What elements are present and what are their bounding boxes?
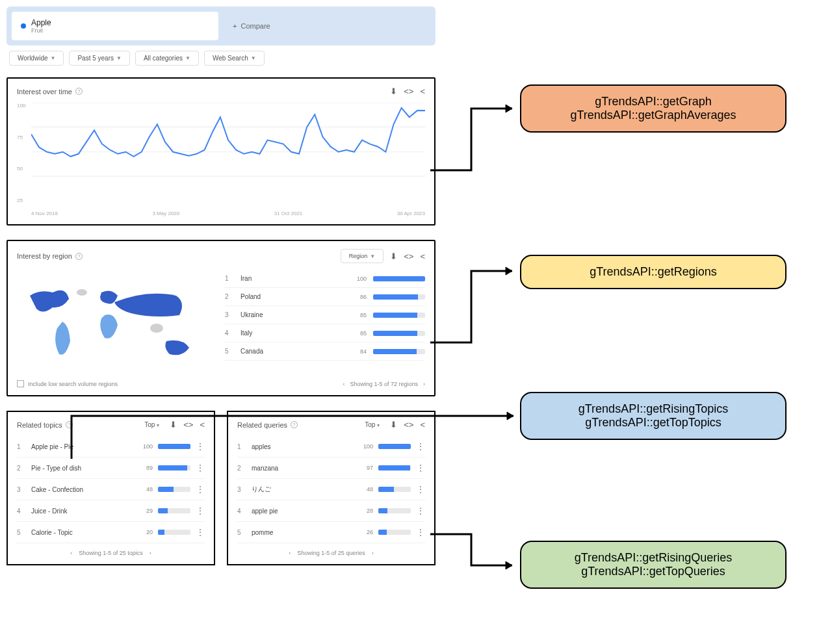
svg-point-5 [77, 289, 87, 296]
more-icon: ⋮ [196, 506, 205, 516]
chevron-down-icon: ▼ [251, 55, 256, 61]
more-icon: ⋮ [196, 463, 205, 473]
region-row[interactable]: 1Iran100 [225, 270, 425, 288]
filter-type[interactable]: Web Search▼ [204, 51, 265, 66]
download-icon[interactable]: ⬇ [390, 86, 397, 96]
related-queries-card: Related queries? Top ▾ ⬇ <> < 1apples100… [227, 411, 436, 565]
download-icon[interactable]: ⬇ [390, 420, 397, 430]
chevron-down-icon: ▼ [116, 55, 122, 61]
list-item[interactable]: 3りんご48⋮ [237, 479, 425, 500]
api-regions-box: gTrendsAPI::getRegions [520, 255, 786, 289]
plus-icon: + [233, 22, 237, 30]
svg-marker-8 [507, 412, 514, 420]
filter-row: Worldwide▼ Past 5 years▼ All categories▼… [6, 51, 436, 66]
api-queries-box: gTrendsAPI::getRisingQueries gTrendsAPI:… [520, 541, 786, 589]
card-title: Related queries? [237, 421, 298, 429]
embed-icon[interactable]: <> [183, 420, 193, 430]
embed-icon[interactable]: <> [404, 251, 413, 261]
share-icon[interactable]: < [420, 420, 425, 430]
connector-queries [429, 533, 523, 575]
share-icon[interactable]: < [420, 251, 425, 261]
help-icon[interactable]: ? [291, 421, 298, 428]
topics-list: 1Apple pie - Pie100⋮2Pie - Type of dish8… [17, 436, 205, 543]
api-topics-box: gTrendsAPI::getRisingTopics gTrendsAPI::… [520, 392, 786, 440]
region-row[interactable]: 5Canada84 [225, 342, 425, 361]
list-item[interactable]: 3Cake - Confection48⋮ [17, 479, 205, 500]
list-item[interactable]: 5Calorie - Topic20⋮ [17, 522, 205, 543]
region-row[interactable]: 2Poland86 [225, 288, 425, 306]
embed-icon[interactable]: <> [404, 86, 413, 96]
share-icon[interactable]: < [420, 86, 425, 96]
chevron-right-icon: › [423, 381, 425, 387]
card-title: Interest by region? [17, 252, 83, 260]
topics-pager[interactable]: ‹Showing 1-5 of 25 topics› [17, 543, 205, 556]
term-label: Apple [31, 18, 51, 27]
search-bar: Apple Fruit + Compare [6, 6, 436, 45]
more-icon: ⋮ [196, 484, 205, 495]
list-item[interactable]: 5pomme26⋮ [237, 522, 425, 543]
download-icon[interactable]: ⬇ [390, 251, 397, 261]
svg-marker-6 [506, 105, 512, 112]
region-row[interactable]: 3Ukraine85 [225, 306, 425, 324]
help-icon[interactable]: ? [75, 253, 83, 260]
share-icon[interactable]: < [200, 420, 205, 430]
more-icon: ⋮ [416, 506, 425, 516]
compare-button[interactable]: + Compare [224, 12, 430, 40]
more-icon: ⋮ [196, 527, 205, 537]
api-graph-box: gTrendsAPI::getGraph gTrendsAPI::getGrap… [520, 84, 786, 133]
region-list: 1Iran1002Poland863Ukraine854Italy855Cana… [225, 270, 425, 374]
list-item[interactable]: 4apple pie28⋮ [237, 500, 425, 522]
search-term[interactable]: Apple Fruit [12, 12, 218, 40]
region-pager[interactable]: ‹ Showing 1-5 of 72 regions › [343, 381, 425, 387]
region-dropdown[interactable]: Region ▼ [341, 249, 384, 263]
list-item[interactable]: 4Juice - Drink29⋮ [17, 500, 205, 522]
queries-pager[interactable]: ‹Showing 1-5 of 25 queries› [237, 543, 425, 556]
download-icon[interactable]: ⬇ [170, 420, 177, 430]
queries-list: 1apples100⋮2manzana97⋮3りんご48⋮4apple pie2… [237, 436, 425, 543]
term-dot [21, 23, 26, 29]
help-icon[interactable]: ? [75, 88, 83, 95]
svg-marker-9 [506, 561, 512, 569]
more-icon: ⋮ [416, 463, 425, 473]
filter-time[interactable]: Past 5 years▼ [69, 51, 130, 66]
chevron-left-icon: ‹ [343, 381, 344, 387]
card-title: Interest over time? [17, 88, 83, 96]
region-row[interactable]: 4Italy85 [225, 324, 425, 342]
connector-graph [429, 101, 523, 179]
svg-marker-7 [506, 267, 512, 275]
world-map[interactable] [17, 270, 212, 374]
line-chart: 100 75 50 25 4 Nov 2018 3 May 2020 31 Oc… [17, 103, 425, 216]
list-item[interactable]: 2Pie - Type of dish89⋮ [17, 457, 205, 479]
related-topics-card: Related topics? Top ▾ ⬇ <> < 1Apple pie … [6, 411, 215, 565]
connector-regions [429, 263, 523, 351]
more-icon: ⋮ [416, 527, 425, 537]
card-title: Related topics? [17, 421, 73, 429]
list-item[interactable]: 2manzana97⋮ [237, 457, 425, 479]
help-icon[interactable]: ? [66, 421, 73, 428]
chevron-down-icon: ▼ [51, 55, 56, 61]
chevron-down-icon: ▼ [185, 55, 190, 61]
interest-by-region-card: Interest by region? Region ▼ ⬇ <> < [6, 240, 436, 396]
embed-icon[interactable]: <> [404, 420, 413, 430]
filter-category[interactable]: All categories▼ [135, 51, 199, 66]
more-icon: ⋮ [196, 441, 205, 452]
filter-geo[interactable]: Worldwide▼ [9, 51, 64, 66]
list-item[interactable]: 1apples100⋮ [237, 436, 425, 457]
include-low-checkbox[interactable]: Include low search volume regions [17, 380, 118, 387]
sort-dropdown[interactable]: Top ▾ [361, 420, 384, 430]
more-icon: ⋮ [416, 441, 425, 452]
list-item[interactable]: 1Apple pie - Pie100⋮ [17, 436, 205, 457]
more-icon: ⋮ [416, 484, 425, 495]
interest-over-time-card: Interest over time? ⬇ <> < 100 75 50 25 [6, 77, 436, 225]
sort-dropdown[interactable]: Top ▾ [140, 420, 163, 430]
term-subtype: Fruit [31, 27, 51, 34]
svg-point-4 [150, 324, 163, 333]
